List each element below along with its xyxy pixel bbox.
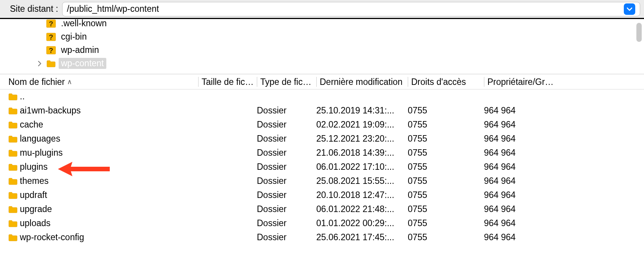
cell-type: Dossier (257, 190, 316, 200)
cell-name: uploads (20, 218, 198, 228)
file-list: ..ai1wm-backupsDossier25.10.2019 14:31:.… (0, 89, 644, 268)
folder-icon (8, 234, 20, 241)
cell-owner: 964 964 (484, 218, 559, 228)
cell-mod: 06.01.2022 17:10:... (316, 162, 408, 172)
folder-icon (8, 163, 20, 171)
list-item[interactable]: wp-rocket-configDossier25.06.2021 17:45:… (0, 230, 644, 244)
folder-icon (8, 177, 20, 185)
cell-perm: 0755 (408, 148, 484, 158)
cell-perm: 0755 (408, 162, 484, 172)
cell-mod: 25.10.2019 14:31:... (316, 105, 408, 116)
cell-owner: 964 964 (484, 148, 559, 158)
cell-perm: 0755 (408, 218, 484, 228)
folder-icon (8, 135, 20, 143)
folder-icon (8, 93, 20, 100)
ftp-remote-pane: Site distant : /public_html/wp-content .… (0, 0, 644, 268)
cell-perm: 0755 (408, 204, 484, 214)
cell-type: Dossier (257, 162, 316, 172)
list-item[interactable]: ai1wm-backupsDossier25.10.2019 14:31:...… (0, 104, 644, 118)
cell-owner: 964 964 (484, 134, 559, 144)
cell-owner: 964 964 (484, 190, 559, 200)
cell-name: themes (20, 176, 198, 186)
cell-owner: 964 964 (484, 176, 559, 186)
list-item[interactable]: updraftDossier20.10.2018 12:47:...075596… (0, 188, 644, 202)
folder-icon (8, 107, 20, 115)
col-header-owner[interactable]: Propriétaire/Groupe (484, 77, 559, 87)
file-list-header: Nom de fichier ∧ Taille de fichier Type … (0, 74, 644, 89)
cell-name: ai1wm-backups (20, 105, 198, 116)
sort-indicator-icon: ∧ (67, 77, 72, 87)
list-item[interactable]: themesDossier25.08.2021 15:55:...0755964… (0, 174, 644, 188)
cell-owner: 964 964 (484, 204, 559, 214)
list-item[interactable]: upgradeDossier06.01.2022 21:48:...075596… (0, 202, 644, 216)
cell-perm: 0755 (408, 120, 484, 130)
cell-type: Dossier (257, 148, 316, 158)
unknown-folder-icon (46, 45, 56, 56)
cell-mod: 01.01.2022 00:29:... (316, 218, 408, 228)
cell-name: .. (20, 91, 198, 102)
cell-mod: 02.02.2021 19:09:... (316, 120, 408, 130)
list-item[interactable]: .. (0, 89, 644, 104)
col-header-type[interactable]: Type de fichier (257, 77, 316, 87)
cell-perm: 0755 (408, 105, 484, 116)
cell-perm: 0755 (408, 176, 484, 186)
col-header-permissions[interactable]: Droits d'accès (408, 77, 484, 87)
list-item[interactable]: uploadsDossier01.01.2022 00:29:...075596… (0, 216, 644, 230)
list-item[interactable]: cacheDossier02.02.2021 19:09:...0755964 … (0, 118, 644, 132)
expand-chevron-icon[interactable] (36, 61, 43, 66)
cell-type: Dossier (257, 120, 316, 130)
cell-owner: 964 964 (484, 232, 559, 242)
cell-mod: 25.12.2021 23:20:... (316, 134, 408, 144)
col-header-name[interactable]: Nom de fichier ∧ (8, 77, 198, 87)
tree-item[interactable]: wp-admin (0, 43, 644, 57)
cell-mod: 25.08.2021 15:55:... (316, 176, 408, 186)
cell-name: upgrade (20, 204, 198, 214)
cell-mod: 20.10.2018 12:47:... (316, 190, 408, 200)
tree-item-label: wp-admin (59, 45, 101, 56)
remote-path-label: Site distant : (10, 4, 58, 14)
unknown-folder-icon (46, 32, 56, 42)
cell-type: Dossier (257, 204, 316, 214)
cell-perm: 0755 (408, 190, 484, 200)
tree-scrollbar-thumb[interactable] (636, 23, 642, 42)
folder-icon (8, 149, 20, 157)
list-item[interactable]: pluginsDossier06.01.2022 17:10:...075596… (0, 160, 644, 174)
col-header-modified[interactable]: Dernière modification (316, 77, 408, 87)
folder-icon (8, 191, 20, 199)
cell-mod: 21.06.2018 14:39:... (316, 148, 408, 158)
cell-name: cache (20, 120, 198, 130)
chevron-down-icon (627, 7, 632, 11)
cell-name: plugins (20, 162, 198, 172)
cell-mod: 06.01.2022 21:48:... (316, 204, 408, 214)
remote-path-field[interactable]: /public_html/wp-content (62, 2, 640, 16)
cell-perm: 0755 (408, 232, 484, 242)
cell-perm: 0755 (408, 134, 484, 144)
remote-path-bar: Site distant : /public_html/wp-content (0, 0, 644, 19)
tree-item-label: wp-content (59, 58, 106, 69)
folder-icon (46, 59, 56, 68)
cell-name: languages (20, 134, 198, 144)
col-header-size[interactable]: Taille de fichier (198, 77, 257, 87)
folder-icon (8, 121, 20, 129)
list-item[interactable]: mu-pluginsDossier21.06.2018 14:39:...075… (0, 146, 644, 160)
tree-item[interactable]: wp-content (0, 57, 644, 70)
remote-tree-pane: .well-knowncgi-binwp-adminwp-content (0, 19, 644, 74)
cell-type: Dossier (257, 134, 316, 144)
tree-item-label: .well-known (59, 19, 109, 29)
remote-path-dropdown[interactable] (624, 3, 635, 15)
folder-icon (8, 206, 20, 213)
cell-type: Dossier (257, 105, 316, 116)
tree-item[interactable]: cgi-bin (0, 30, 644, 43)
folder-icon (8, 220, 20, 227)
list-item[interactable]: languagesDossier25.12.2021 23:20:...0755… (0, 132, 644, 146)
remote-path-value: /public_html/wp-content (67, 4, 622, 14)
cell-type: Dossier (257, 218, 316, 228)
cell-owner: 964 964 (484, 105, 559, 116)
cell-name: wp-rocket-config (20, 232, 198, 242)
tree-item[interactable]: .well-known (0, 19, 644, 30)
cell-name: updraft (20, 190, 198, 200)
cell-mod: 25.06.2021 17:45:... (316, 232, 408, 242)
cell-type: Dossier (257, 176, 316, 186)
cell-owner: 964 964 (484, 120, 559, 130)
cell-type: Dossier (257, 232, 316, 242)
